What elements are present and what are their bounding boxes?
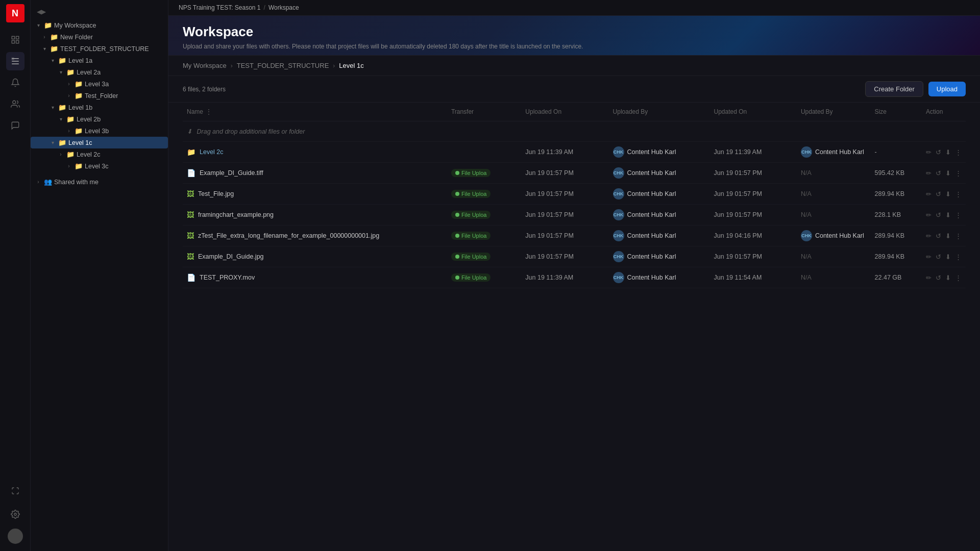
- rail-settings-icon[interactable]: [6, 505, 24, 523]
- size-cell: 595.42 KB: [871, 163, 922, 184]
- action-cell: ✏ ↺ ⬇ ⋮: [922, 184, 966, 205]
- svg-point-5: [12, 101, 15, 104]
- folder-icon: 📁: [58, 139, 66, 146]
- more-icon[interactable]: ⋮: [955, 169, 962, 177]
- sidebar-item-shared[interactable]: › 👥 Shared with me: [31, 176, 168, 188]
- download-icon[interactable]: ⬇: [945, 253, 951, 261]
- edit-icon[interactable]: ✏: [926, 169, 932, 177]
- folder-icon: 📁: [75, 127, 83, 135]
- sidebar-collapse-button[interactable]: ◀▶: [37, 8, 46, 15]
- col-updated-by[interactable]: Updated By: [797, 103, 871, 121]
- col-updated-on[interactable]: Updated On: [710, 103, 797, 121]
- col-uploaded-on[interactable]: Uploaded On: [521, 103, 608, 121]
- transfer-dot: [455, 276, 459, 280]
- chevron-down-icon: ▾: [49, 104, 56, 111]
- download-icon[interactable]: ⬇: [945, 274, 951, 282]
- image-type-icon: 🖼: [187, 211, 194, 219]
- rail-people-icon[interactable]: [6, 95, 24, 113]
- download-icon[interactable]: ⬇: [945, 190, 951, 198]
- breadcrumb-level1c[interactable]: Level 1c: [339, 62, 363, 69]
- uploader-name: Content Hub Karl: [627, 232, 676, 239]
- sidebar-item-level3a[interactable]: › 📁 Level 3a: [31, 78, 168, 90]
- sidebar-item-new-folder[interactable]: › 📁 New Folder: [31, 31, 168, 43]
- file-name-cell: 📄 TEST_PROXY.mov: [183, 267, 447, 288]
- sidebar-item-level3b[interactable]: › 📁 Level 3b: [31, 125, 168, 137]
- edit-icon[interactable]: ✏: [926, 232, 932, 240]
- size-cell: -: [871, 142, 922, 163]
- edit-icon[interactable]: ✏: [926, 211, 932, 219]
- updated-by-empty: N/A: [801, 274, 812, 281]
- sidebar-level2b-label: Level 2b: [77, 116, 101, 123]
- breadcrumb-sep1: ›: [231, 62, 233, 69]
- edit-icon[interactable]: ✏: [926, 148, 932, 156]
- share-icon[interactable]: ↺: [936, 274, 941, 282]
- col-name[interactable]: Name ⋮: [183, 103, 447, 121]
- drop-zone-row[interactable]: ⬇ Drag and drop additional files or fold…: [183, 121, 966, 142]
- sidebar-item-level1a[interactable]: ▾ 📁 Level 1a: [31, 55, 168, 66]
- share-icon[interactable]: ↺: [936, 148, 941, 156]
- transfer-dot: [455, 171, 459, 175]
- share-icon[interactable]: ↺: [936, 190, 941, 198]
- sidebar-item-my-workspace[interactable]: ▾ 📁 My Workspace: [31, 19, 168, 31]
- sidebar-item-level3c[interactable]: › 📁 Level 3c: [31, 160, 168, 172]
- sidebar-item-level1c[interactable]: ▾ 📁 Level 1c: [31, 137, 168, 148]
- more-icon[interactable]: ⋮: [955, 253, 962, 261]
- sidebar-item-level1b[interactable]: ▾ 📁 Level 1b: [31, 102, 168, 113]
- upload-button[interactable]: Upload: [928, 82, 966, 96]
- breadcrumb: My Workspace › TEST_FOLDER_STRUCTURE › L…: [168, 56, 980, 76]
- breadcrumb-my-workspace[interactable]: My Workspace: [183, 62, 227, 69]
- rail-workspace-icon[interactable]: [6, 52, 24, 70]
- image-type-icon: 🖼: [187, 232, 194, 240]
- download-icon[interactable]: ⬇: [945, 211, 951, 219]
- updater-name: Content Hub Karl: [815, 232, 864, 239]
- uploader-avatar: CHK: [613, 167, 624, 179]
- transfer-dot: [455, 192, 459, 196]
- updated-on-cell: Jun 19 11:39 AM: [710, 142, 797, 163]
- chevron-right-icon: ›: [65, 81, 72, 88]
- sidebar-item-level2c[interactable]: › 📁 Level 2c: [31, 148, 168, 160]
- sidebar-item-test-folder[interactable]: › 📁 Test_Folder: [31, 90, 168, 102]
- col-action[interactable]: Action: [922, 103, 966, 121]
- download-icon[interactable]: ⬇: [945, 169, 951, 177]
- rail-dashboard-icon[interactable]: [6, 31, 24, 49]
- share-icon[interactable]: ↺: [936, 253, 941, 261]
- sidebar-item-level2b[interactable]: ▾ 📁 Level 2b: [31, 113, 168, 125]
- more-icon[interactable]: ⋮: [955, 232, 962, 240]
- col-menu-icon[interactable]: ⋮: [205, 108, 212, 116]
- folder-icon: 📁: [66, 68, 75, 76]
- create-folder-button[interactable]: Create Folder: [865, 81, 923, 97]
- rail-collapse-icon[interactable]: [6, 482, 24, 500]
- rail-bell-icon[interactable]: [6, 73, 24, 92]
- netflix-logo[interactable]: N: [6, 4, 24, 22]
- more-icon[interactable]: ⋮: [955, 190, 962, 198]
- rail-bottom: [6, 482, 24, 551]
- user-avatar[interactable]: [8, 529, 23, 544]
- breadcrumb-test-folder[interactable]: TEST_FOLDER_STRUCTURE: [237, 62, 329, 69]
- updated-on-cell: Jun 19 01:57 PM: [710, 184, 797, 205]
- download-icon[interactable]: ⬇: [945, 148, 951, 156]
- more-icon[interactable]: ⋮: [955, 148, 962, 156]
- share-icon[interactable]: ↺: [936, 232, 941, 240]
- updated-by-main-cell: CHK Content Hub Karl: [797, 226, 871, 246]
- col-uploaded-by[interactable]: Uploaded By: [609, 103, 710, 121]
- action-cell: ✏ ↺ ⬇ ⋮: [922, 267, 966, 288]
- edit-icon[interactable]: ✏: [926, 190, 932, 198]
- share-icon[interactable]: ↺: [936, 211, 941, 219]
- uploaded-by-cell: CHK Content Hub Karl: [613, 146, 706, 158]
- sidebar-level3c-label: Level 3c: [85, 163, 109, 170]
- share-icon[interactable]: ↺: [936, 169, 941, 177]
- toolbar: 6 files, 2 folders Create Folder Upload: [168, 76, 980, 103]
- col-transfer[interactable]: Transfer: [447, 103, 521, 121]
- edit-icon[interactable]: ✏: [926, 274, 932, 282]
- sidebar-item-level2a[interactable]: ▾ 📁 Level 2a: [31, 66, 168, 78]
- download-icon[interactable]: ⬇: [945, 232, 951, 240]
- more-icon[interactable]: ⋮: [955, 274, 962, 282]
- edit-icon[interactable]: ✏: [926, 253, 932, 261]
- svg-rect-1: [16, 36, 18, 39]
- uploader-name: Content Hub Karl: [627, 274, 676, 281]
- more-icon[interactable]: ⋮: [955, 211, 962, 219]
- rail-chat-icon[interactable]: [6, 116, 24, 135]
- folder-icon: 📁: [50, 45, 58, 53]
- sidebar-item-test-folder-structure[interactable]: ▾ 📁 TEST_FOLDER_STRUCTURE: [31, 43, 168, 55]
- col-size[interactable]: Size: [871, 103, 922, 121]
